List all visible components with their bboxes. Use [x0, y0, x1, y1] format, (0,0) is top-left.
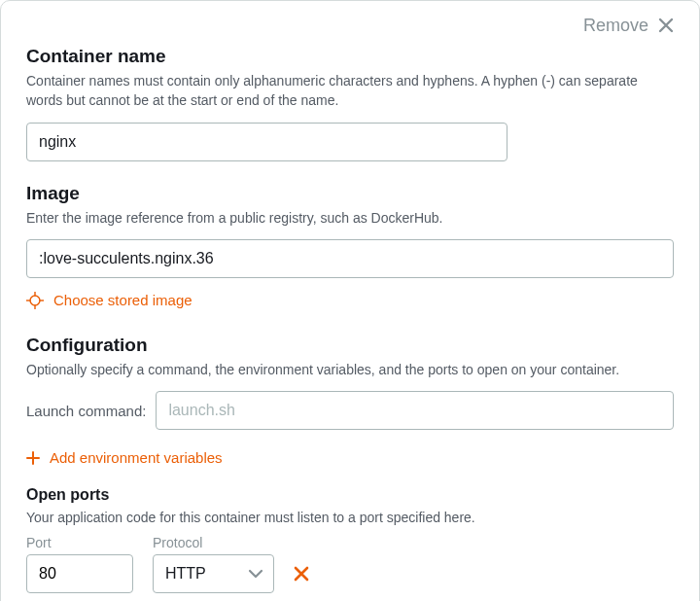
- remove-link[interactable]: Remove: [583, 16, 648, 36]
- add-env-vars-link[interactable]: Add environment variables: [26, 449, 223, 466]
- port-input[interactable]: [26, 554, 133, 593]
- container-card: Remove Container name Container names mu…: [0, 0, 700, 601]
- protocol-field: Protocol HTTP: [153, 535, 274, 593]
- protocol-select[interactable]: HTTP: [153, 554, 274, 593]
- port-label: Port: [26, 535, 133, 550]
- port-row: Port Protocol HTTP: [26, 535, 674, 593]
- launch-command-label: Launch command:: [26, 403, 146, 419]
- protocol-label: Protocol: [153, 535, 274, 550]
- delete-port-icon[interactable]: [294, 566, 309, 582]
- image-input[interactable]: [26, 239, 674, 278]
- container-name-title: Container name: [26, 46, 674, 67]
- svg-point-0: [30, 296, 40, 305]
- port-field: Port: [26, 535, 133, 593]
- image-section: Image Enter the image reference from a p…: [26, 183, 674, 313]
- container-name-desc: Container names must contain only alphan…: [26, 71, 674, 111]
- configuration-desc: Optionally specify a command, the enviro…: [26, 360, 674, 379]
- add-env-vars-label: Add environment variables: [50, 449, 223, 466]
- configuration-section: Configuration Optionally specify a comma…: [26, 335, 674, 601]
- container-name-input[interactable]: [26, 123, 508, 161]
- image-desc: Enter the image reference from a public …: [26, 208, 674, 228]
- launch-command-row: Launch command:: [26, 391, 674, 430]
- plus-icon: [26, 451, 40, 465]
- open-ports-desc: Your application code for this container…: [26, 508, 674, 527]
- open-ports-section: Open ports Your application code for thi…: [26, 486, 674, 601]
- target-icon: [26, 292, 44, 309]
- choose-stored-image-label: Choose stored image: [53, 292, 192, 308]
- image-title: Image: [26, 183, 674, 204]
- launch-command-input[interactable]: [156, 391, 674, 430]
- open-ports-title: Open ports: [26, 486, 674, 504]
- protocol-value: HTTP: [165, 565, 206, 583]
- close-icon[interactable]: [658, 18, 674, 33]
- choose-stored-image-link[interactable]: Choose stored image: [26, 292, 192, 309]
- container-name-section: Container name Container names must cont…: [26, 46, 674, 161]
- remove-row: Remove: [26, 11, 674, 40]
- configuration-title: Configuration: [26, 335, 674, 356]
